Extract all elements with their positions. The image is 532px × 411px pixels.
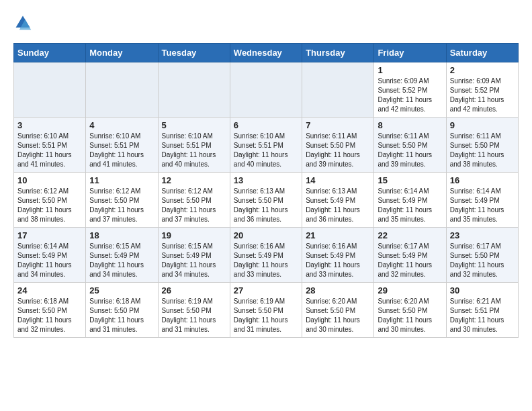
calendar-header: SundayMondayTuesdayWednesdayThursdayFrid…: [14, 44, 519, 62]
day-number: 23: [450, 230, 515, 240]
day-info: Sunrise: 6:18 AM Sunset: 5:50 PM Dayligh…: [17, 297, 82, 334]
day-number: 20: [234, 230, 298, 240]
day-number: 10: [17, 175, 82, 185]
calendar-cell: 5Sunrise: 6:10 AM Sunset: 5:51 PM Daylig…: [158, 118, 230, 173]
calendar-cell: 13Sunrise: 6:13 AM Sunset: 5:50 PM Dayli…: [230, 173, 302, 228]
calendar-cell: 2Sunrise: 6:09 AM Sunset: 5:52 PM Daylig…: [446, 62, 518, 118]
calendar-cell: 7Sunrise: 6:11 AM Sunset: 5:50 PM Daylig…: [302, 118, 374, 173]
calendar-cell: 8Sunrise: 6:11 AM Sunset: 5:50 PM Daylig…: [374, 118, 446, 173]
day-number: 7: [306, 120, 370, 130]
day-info: Sunrise: 6:13 AM Sunset: 5:50 PM Dayligh…: [234, 187, 298, 224]
day-info: Sunrise: 6:09 AM Sunset: 5:52 PM Dayligh…: [450, 77, 515, 114]
day-info: Sunrise: 6:17 AM Sunset: 5:50 PM Dayligh…: [450, 242, 515, 279]
weekday-row: SundayMondayTuesdayWednesdayThursdayFrid…: [14, 44, 519, 62]
day-number: 5: [162, 120, 226, 130]
day-info: Sunrise: 6:11 AM Sunset: 5:50 PM Dayligh…: [378, 132, 442, 169]
day-number: 18: [89, 230, 154, 240]
day-info: Sunrise: 6:10 AM Sunset: 5:51 PM Dayligh…: [17, 132, 82, 169]
calendar-cell: [86, 62, 158, 118]
calendar-cell: 10Sunrise: 6:12 AM Sunset: 5:50 PM Dayli…: [14, 173, 86, 228]
day-info: Sunrise: 6:11 AM Sunset: 5:50 PM Dayligh…: [306, 132, 370, 169]
calendar-cell: 30Sunrise: 6:21 AM Sunset: 5:51 PM Dayli…: [446, 283, 518, 338]
weekday-header-tuesday: Tuesday: [158, 44, 230, 62]
calendar: SundayMondayTuesdayWednesdayThursdayFrid…: [13, 43, 519, 338]
calendar-cell: 18Sunrise: 6:15 AM Sunset: 5:49 PM Dayli…: [86, 228, 158, 283]
day-info: Sunrise: 6:09 AM Sunset: 5:52 PM Dayligh…: [378, 77, 442, 114]
calendar-cell: 21Sunrise: 6:16 AM Sunset: 5:49 PM Dayli…: [302, 228, 374, 283]
day-number: 27: [234, 285, 298, 295]
day-info: Sunrise: 6:21 AM Sunset: 5:51 PM Dayligh…: [450, 297, 515, 334]
day-info: Sunrise: 6:20 AM Sunset: 5:50 PM Dayligh…: [378, 297, 442, 334]
day-number: 15: [378, 175, 442, 185]
day-info: Sunrise: 6:20 AM Sunset: 5:50 PM Dayligh…: [306, 297, 370, 334]
calendar-cell: 20Sunrise: 6:16 AM Sunset: 5:49 PM Dayli…: [230, 228, 302, 283]
day-info: Sunrise: 6:14 AM Sunset: 5:49 PM Dayligh…: [378, 187, 442, 224]
day-number: 19: [162, 230, 226, 240]
weekday-header-friday: Friday: [374, 44, 446, 62]
logo-icon: [13, 13, 32, 32]
calendar-cell: 26Sunrise: 6:19 AM Sunset: 5:50 PM Dayli…: [158, 283, 230, 338]
day-number: 14: [306, 175, 370, 185]
calendar-cell: 9Sunrise: 6:11 AM Sunset: 5:50 PM Daylig…: [446, 118, 518, 173]
day-info: Sunrise: 6:15 AM Sunset: 5:49 PM Dayligh…: [89, 242, 154, 279]
day-number: 16: [450, 175, 515, 185]
calendar-cell: [158, 62, 230, 118]
day-number: 3: [17, 120, 82, 130]
day-info: Sunrise: 6:11 AM Sunset: 5:50 PM Dayligh…: [450, 132, 515, 169]
day-info: Sunrise: 6:10 AM Sunset: 5:51 PM Dayligh…: [89, 132, 154, 169]
day-number: 12: [162, 175, 226, 185]
day-info: Sunrise: 6:14 AM Sunset: 5:49 PM Dayligh…: [17, 242, 82, 279]
page: SundayMondayTuesdayWednesdayThursdayFrid…: [0, 0, 532, 345]
weekday-header-wednesday: Wednesday: [230, 44, 302, 62]
calendar-cell: 24Sunrise: 6:18 AM Sunset: 5:50 PM Dayli…: [14, 283, 86, 338]
calendar-cell: 29Sunrise: 6:20 AM Sunset: 5:50 PM Dayli…: [374, 283, 446, 338]
calendar-cell: [14, 62, 86, 118]
day-number: 13: [234, 175, 298, 185]
day-number: 17: [17, 230, 82, 240]
day-number: 8: [378, 120, 442, 130]
day-number: 2: [450, 65, 515, 75]
calendar-cell: 16Sunrise: 6:14 AM Sunset: 5:49 PM Dayli…: [446, 173, 518, 228]
calendar-week-4: 17Sunrise: 6:14 AM Sunset: 5:49 PM Dayli…: [14, 228, 519, 283]
day-info: Sunrise: 6:10 AM Sunset: 5:51 PM Dayligh…: [162, 132, 226, 169]
day-info: Sunrise: 6:19 AM Sunset: 5:50 PM Dayligh…: [234, 297, 298, 334]
day-number: 9: [450, 120, 515, 130]
day-number: 6: [234, 120, 298, 130]
calendar-cell: [230, 62, 302, 118]
calendar-cell: 19Sunrise: 6:15 AM Sunset: 5:49 PM Dayli…: [158, 228, 230, 283]
calendar-week-2: 3Sunrise: 6:10 AM Sunset: 5:51 PM Daylig…: [14, 118, 519, 173]
calendar-cell: 22Sunrise: 6:17 AM Sunset: 5:49 PM Dayli…: [374, 228, 446, 283]
day-number: 28: [306, 285, 370, 295]
calendar-body: 1Sunrise: 6:09 AM Sunset: 5:52 PM Daylig…: [14, 62, 519, 338]
calendar-cell: 28Sunrise: 6:20 AM Sunset: 5:50 PM Dayli…: [302, 283, 374, 338]
calendar-cell: 17Sunrise: 6:14 AM Sunset: 5:49 PM Dayli…: [14, 228, 86, 283]
calendar-week-3: 10Sunrise: 6:12 AM Sunset: 5:50 PM Dayli…: [14, 173, 519, 228]
logo: [13, 13, 35, 32]
calendar-cell: 12Sunrise: 6:12 AM Sunset: 5:50 PM Dayli…: [158, 173, 230, 228]
calendar-cell: 27Sunrise: 6:19 AM Sunset: 5:50 PM Dayli…: [230, 283, 302, 338]
day-number: 4: [89, 120, 154, 130]
day-info: Sunrise: 6:12 AM Sunset: 5:50 PM Dayligh…: [89, 187, 154, 224]
calendar-week-5: 24Sunrise: 6:18 AM Sunset: 5:50 PM Dayli…: [14, 283, 519, 338]
day-number: 22: [378, 230, 442, 240]
calendar-cell: 3Sunrise: 6:10 AM Sunset: 5:51 PM Daylig…: [14, 118, 86, 173]
day-info: Sunrise: 6:13 AM Sunset: 5:49 PM Dayligh…: [306, 187, 370, 224]
day-info: Sunrise: 6:12 AM Sunset: 5:50 PM Dayligh…: [162, 187, 226, 224]
day-info: Sunrise: 6:16 AM Sunset: 5:49 PM Dayligh…: [234, 242, 298, 279]
weekday-header-monday: Monday: [86, 44, 158, 62]
weekday-header-saturday: Saturday: [446, 44, 518, 62]
day-info: Sunrise: 6:15 AM Sunset: 5:49 PM Dayligh…: [162, 242, 226, 279]
weekday-header-sunday: Sunday: [14, 44, 86, 62]
day-number: 11: [89, 175, 154, 185]
calendar-cell: [302, 62, 374, 118]
calendar-cell: 11Sunrise: 6:12 AM Sunset: 5:50 PM Dayli…: [86, 173, 158, 228]
calendar-cell: 1Sunrise: 6:09 AM Sunset: 5:52 PM Daylig…: [374, 62, 446, 118]
calendar-cell: 23Sunrise: 6:17 AM Sunset: 5:50 PM Dayli…: [446, 228, 518, 283]
day-number: 30: [450, 285, 515, 295]
day-number: 26: [162, 285, 226, 295]
calendar-cell: 6Sunrise: 6:10 AM Sunset: 5:51 PM Daylig…: [230, 118, 302, 173]
day-number: 24: [17, 285, 82, 295]
day-number: 1: [378, 65, 442, 75]
day-info: Sunrise: 6:14 AM Sunset: 5:49 PM Dayligh…: [450, 187, 515, 224]
day-number: 21: [306, 230, 370, 240]
